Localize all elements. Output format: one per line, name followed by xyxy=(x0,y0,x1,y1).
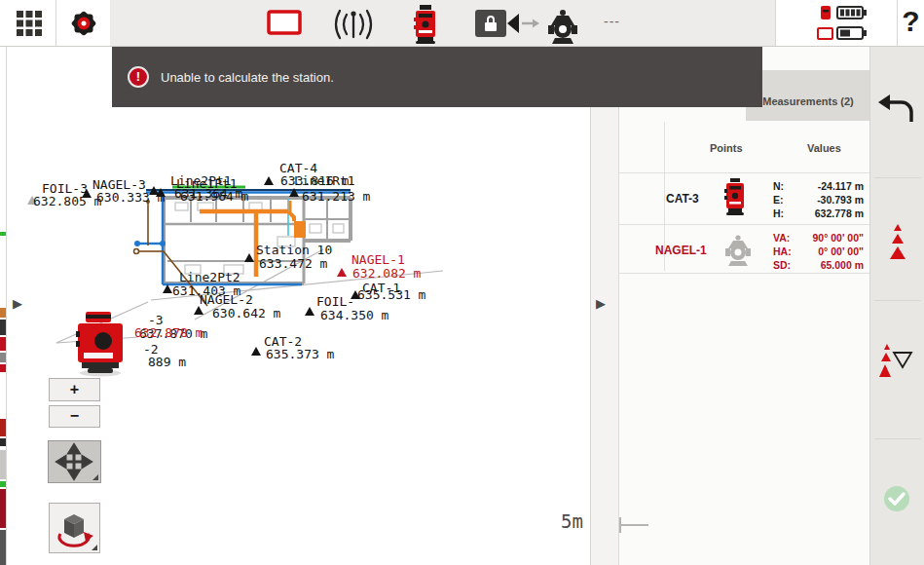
triangle-fit-icon xyxy=(870,338,924,396)
expand-left-panel-button[interactable]: ▶ xyxy=(13,297,22,311)
points-stack-button[interactable] xyxy=(870,216,924,275)
point-elev: 634.350 m xyxy=(320,308,389,322)
value-label: SD: xyxy=(773,258,791,272)
status-dashes: --- xyxy=(604,14,620,29)
total-station-icon xyxy=(722,177,748,220)
prism-icon xyxy=(722,234,754,269)
error-icon: ! xyxy=(128,66,149,88)
point-elev: 632.805 m xyxy=(33,194,102,208)
antenna-icon xyxy=(329,5,378,42)
value: -24.117 m xyxy=(818,179,864,193)
water-node xyxy=(134,241,140,246)
point-elev: 632.878 m xyxy=(134,325,203,340)
value-label: HA: xyxy=(773,245,792,258)
map-canvas[interactable]: FOIL-3 632.805 m NAGEL-3 630.333 m Line1… xyxy=(6,46,591,565)
prism-icon xyxy=(541,6,584,47)
collapsed-left-panel[interactable] xyxy=(0,46,7,565)
water-node xyxy=(160,241,166,246)
point-label: Line1Rt1 xyxy=(294,173,355,188)
value-label: H: xyxy=(773,207,784,220)
gas-node xyxy=(134,249,139,254)
point-elev: 632.082 m xyxy=(352,266,422,281)
point-elev: 635.373 m xyxy=(266,347,335,361)
point-label: NAGEL-1 xyxy=(351,252,405,267)
point-elev: 889 m xyxy=(148,355,186,369)
controller-icon xyxy=(818,28,832,39)
column-header-values: Values xyxy=(807,142,841,154)
top-toolbar: --- ? xyxy=(0,0,924,47)
value-label: N: xyxy=(773,179,784,193)
point-elev: 635.531 m xyxy=(357,287,426,302)
view-all-points-button[interactable] xyxy=(870,338,924,396)
help-button[interactable]: ? xyxy=(898,0,924,46)
grid-icon xyxy=(0,0,55,46)
check-icon xyxy=(870,472,924,531)
undo-icon xyxy=(870,85,924,143)
tab-measurements[interactable]: Measurements (2) xyxy=(746,70,870,121)
apps-menu-button[interactable] xyxy=(0,0,55,46)
pipe-box xyxy=(294,221,306,238)
confirm-button[interactable] xyxy=(870,472,924,531)
instrument-battery-icon xyxy=(776,0,897,46)
action-sidebar xyxy=(869,46,924,565)
scale-bar-icon xyxy=(613,511,654,539)
zoom-in-button[interactable]: + xyxy=(49,378,100,401)
point-elev: 633.472 m xyxy=(259,256,328,271)
point-label: FOIL- xyxy=(316,294,354,309)
battery-status[interactable] xyxy=(776,0,897,46)
value: 0° 00' 00" xyxy=(818,245,864,258)
error-banner: ! Unable to calculate the station. xyxy=(112,47,762,107)
settings-button[interactable] xyxy=(56,0,110,46)
station-illustration xyxy=(76,312,123,377)
application-window: --- ? xyxy=(0,0,924,565)
scale-label: 5m xyxy=(561,510,583,532)
table-row-nagel1[interactable]: NAGEL-1 VA:90° 00' 00" HA:0° 00' 00" SD:… xyxy=(619,225,870,276)
camera-lock-icon xyxy=(473,8,541,41)
triangle-stack-icon xyxy=(870,216,924,275)
gear-icon xyxy=(56,0,110,46)
pan-button[interactable] xyxy=(48,440,101,483)
value-label: E: xyxy=(773,193,784,207)
point-label: Line2Pt2 xyxy=(179,270,240,284)
table-row-cat3[interactable]: CAT-3 N:-24.117 m E:-30.793 m H:632.778 … xyxy=(619,173,870,224)
point-elev: 631.213 m xyxy=(302,189,371,204)
point-elev: 631.364 m xyxy=(174,186,243,201)
rotate-3d-button[interactable] xyxy=(49,503,100,553)
point-label: NAGEL-2 xyxy=(200,292,253,307)
screen-icon xyxy=(265,8,306,39)
point-label: Station 10 xyxy=(256,243,332,257)
error-message: Unable to calculate the station. xyxy=(161,70,334,85)
expand-right-panel-button[interactable]: ▶ xyxy=(596,297,606,311)
value: -30.793 m xyxy=(817,193,864,207)
total-station-icon xyxy=(409,2,442,45)
value: 90° 00' 00" xyxy=(812,231,864,245)
point-elev: 630.333 m xyxy=(96,190,166,205)
value: 632.778 m xyxy=(815,207,864,220)
value-label: VA: xyxy=(773,231,790,245)
column-header-points: Points xyxy=(710,142,743,154)
tab-label: Measurements (2) xyxy=(762,95,854,107)
help-label: ? xyxy=(902,5,919,37)
measurements-panel: Measurements (2) Points Values CAT-3 N:-… xyxy=(618,46,870,565)
value: 65.000 m xyxy=(821,258,864,272)
undo-button[interactable] xyxy=(870,85,924,143)
point-elev: 630.642 m xyxy=(212,306,281,320)
zoom-out-button[interactable]: − xyxy=(49,405,100,428)
